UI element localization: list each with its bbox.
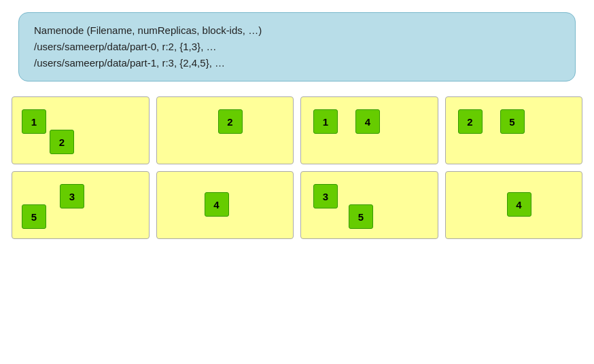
- block-3-1: 1: [313, 109, 338, 134]
- namenode-line-2: /users/sameerp/data/part-0, r:2, {1,3}, …: [34, 39, 560, 55]
- block-1-2: 2: [50, 130, 74, 154]
- datanode-cell-7: 35: [300, 171, 438, 239]
- namenode-box: Namenode (Filename, numReplicas, block-i…: [18, 12, 576, 81]
- block-1-1: 1: [22, 109, 46, 134]
- datanode-cell-6: 4: [156, 171, 294, 239]
- block-5-2: 3: [60, 184, 84, 208]
- datanode-cell-5: 53: [12, 171, 150, 239]
- namenode-line-1: Namenode (Filename, numReplicas, block-i…: [34, 22, 560, 39]
- block-7-2: 5: [349, 204, 373, 229]
- datanode-cell-2: 2: [156, 96, 294, 164]
- block-2-1: 2: [218, 109, 243, 134]
- block-7-1: 3: [313, 184, 338, 208]
- block-4-1: 2: [458, 109, 483, 134]
- datanode-cell-8: 4: [445, 171, 583, 239]
- block-3-2: 4: [355, 109, 380, 134]
- block-5-1: 5: [22, 204, 46, 229]
- datanode-grid: 1221425534354: [12, 96, 582, 239]
- block-4-2: 5: [500, 109, 525, 134]
- block-8-1: 4: [507, 192, 531, 217]
- page: Namenode (Filename, numReplicas, block-i…: [0, 0, 594, 364]
- namenode-line-3: /users/sameerp/data/part-1, r:3, {2,4,5}…: [34, 55, 560, 71]
- datanode-cell-4: 25: [445, 96, 583, 164]
- block-6-1: 4: [205, 192, 229, 217]
- datanode-cell-1: 12: [12, 96, 150, 164]
- datanode-cell-3: 14: [300, 96, 438, 164]
